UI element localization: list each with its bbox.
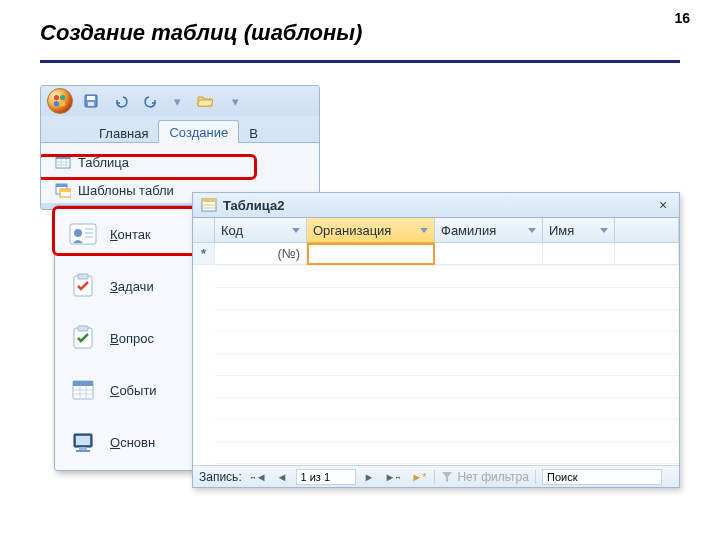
svg-point-3 [60,101,65,106]
svg-point-1 [60,95,65,100]
ribbon-table-templates-label: Шаблоны табли [78,183,174,198]
search-input[interactable] [542,469,662,485]
column-header-extra[interactable] [615,218,679,243]
redo-icon [144,94,158,108]
dropdown-caret-icon[interactable] [600,228,608,233]
nav-prev-button[interactable]: ◄ [275,471,290,483]
cell-extra[interactable] [615,243,679,265]
menu-item-tasks[interactable]: Задачи [58,261,196,311]
record-label: Запись: [199,470,242,484]
cell-lastname[interactable] [435,243,543,265]
nav-last-button[interactable]: ►ꟷ [382,471,403,483]
column-headers: Код Организация Фамилия Имя [193,218,679,243]
slide-title: Создание таблиц (шаблоны) [40,20,362,46]
filter-icon [441,471,453,483]
svg-rect-37 [202,199,216,202]
svg-rect-14 [56,184,67,187]
record-position-input[interactable] [296,469,356,485]
ribbon-table-button[interactable]: Таблица [47,149,313,175]
datasheet-icon [201,197,217,213]
cell-id[interactable]: (№) [215,243,307,265]
svg-rect-33 [76,436,90,445]
svg-rect-27 [73,381,93,386]
svg-rect-8 [56,156,70,159]
column-header-id[interactable]: Код [215,218,307,243]
svg-point-0 [54,95,59,100]
svg-rect-25 [78,326,88,331]
dropdown-caret-icon[interactable] [528,228,536,233]
column-header-organization[interactable]: Организация [307,218,435,243]
save-icon [84,94,98,108]
svg-rect-5 [87,96,95,100]
tab-home[interactable]: Главная [89,122,158,143]
datasheet-title: Таблица2 [223,198,649,213]
record-navigation-bar: Запись: ꟷ◄ ◄ ► ►ꟷ ►* Нет фильтра [193,465,679,487]
tab-partial[interactable]: В [239,122,268,143]
qat-open-button[interactable] [192,90,218,112]
quick-access-toolbar: ▾ ▾ [41,86,319,116]
menu-item-events[interactable]: Событи [58,365,196,415]
close-button[interactable]: × [655,197,671,213]
tasks-icon [66,271,100,301]
assets-icon [66,427,100,457]
datasheet-window: Таблица2 × Код Организация Фамилия Имя *… [192,192,680,488]
ribbon-tabs: Главная Создание В [41,116,319,142]
column-label: Имя [549,223,574,238]
qat-redo-button[interactable] [139,90,163,112]
svg-rect-35 [76,450,90,452]
events-icon [66,375,100,405]
menu-item-label: Основн [110,435,155,450]
nav-next-button[interactable]: ► [362,471,377,483]
select-all-cell[interactable] [193,218,215,243]
menu-item-issues[interactable]: Вопрос [58,313,196,363]
folder-open-icon [197,94,213,108]
cell-organization-active[interactable] [307,243,435,265]
column-header-lastname[interactable]: Фамилия [435,218,543,243]
highlight-contacts-item [52,206,202,256]
nav-divider [535,470,536,484]
menu-item-assets[interactable]: Основн [58,417,196,467]
title-underline [40,60,680,63]
qat-separator: ▾ [169,90,186,112]
cell-firstname[interactable] [543,243,615,265]
svg-rect-16 [60,189,71,192]
qat-dropdown[interactable]: ▾ [224,90,246,112]
undo-icon [114,94,128,108]
column-header-firstname[interactable]: Имя [543,218,615,243]
datasheet-grid[interactable]: * (№) [193,243,679,465]
column-label: Организация [313,223,391,238]
table-templates-menu: Контак Задачи Вопрос Событи Основн [54,205,200,471]
nav-divider [434,470,435,484]
dropdown-caret-icon[interactable] [292,228,300,233]
column-label: Код [221,223,243,238]
ribbon-table-label: Таблица [78,155,129,170]
tab-create[interactable]: Создание [158,120,239,143]
nav-new-button[interactable]: ►* [409,471,428,483]
menu-item-label: Вопрос [110,331,154,346]
svg-point-2 [54,101,59,106]
new-record-row[interactable]: * (№) [193,243,679,265]
office-logo-icon [53,94,67,108]
office-button[interactable] [47,88,73,114]
menu-item-label: Задачи [110,279,154,294]
table-icon [54,153,72,171]
datasheet-titlebar: Таблица2 × [193,193,679,218]
qat-save-button[interactable] [79,90,103,112]
filter-status: Нет фильтра [441,470,529,484]
table-templates-icon [54,181,72,199]
svg-rect-23 [78,274,88,279]
slide-number: 16 [674,10,690,26]
row-selector[interactable]: * [193,243,215,265]
svg-rect-34 [79,447,87,450]
menu-item-label: Событи [110,383,157,398]
svg-rect-6 [88,102,94,106]
qat-undo-button[interactable] [109,90,133,112]
issues-icon [66,323,100,353]
column-label: Фамилия [441,223,496,238]
nav-first-button[interactable]: ꟷ◄ [248,471,269,483]
dropdown-caret-icon[interactable] [420,228,428,233]
